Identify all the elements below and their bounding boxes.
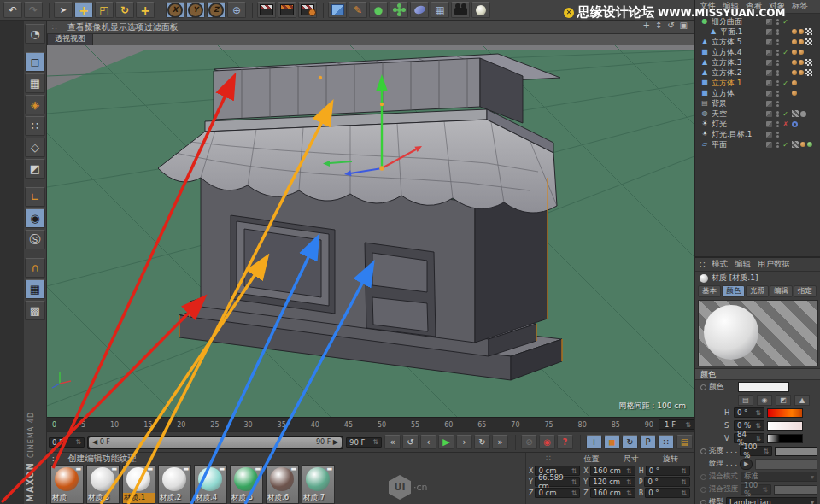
- enabled-check-icon[interactable]: ✓: [782, 79, 789, 87]
- rotate-tool-icon[interactable]: ↻: [115, 2, 134, 18]
- object-row-cube-2[interactable]: ▲ 立方体.2: [695, 67, 820, 78]
- viewport-menu-item[interactable]: 选项: [127, 22, 144, 32]
- material-swatch[interactable]: ▬ 材质.3: [86, 465, 120, 504]
- object-row-cube-1[interactable]: ■ 立方体.1 ✓: [695, 78, 820, 88]
- object-row-subdivision[interactable]: ● 细分曲面 ✓: [695, 16, 820, 26]
- tag-list[interactable]: [792, 69, 820, 76]
- tag-list[interactable]: [792, 38, 820, 45]
- texture-field[interactable]: [755, 459, 817, 470]
- end-frame-field[interactable]: 90 F⇅: [346, 437, 382, 448]
- viewport-menu-item[interactable]: 过滤: [144, 22, 161, 32]
- keyframe-toggle[interactable]: ∷: [658, 435, 674, 449]
- material-swatch[interactable]: ▬ 材质.2: [158, 465, 191, 504]
- add-cube-icon[interactable]: [328, 2, 347, 18]
- tweak-mode-icon[interactable]: ◉: [25, 208, 45, 228]
- enabled-check-icon[interactable]: ✓: [782, 141, 789, 149]
- object-row-light[interactable]: ☀ 灯光 ✗: [695, 119, 820, 129]
- disabled-cross-icon[interactable]: ✗: [782, 120, 789, 128]
- enabled-check-icon[interactable]: ✓: [782, 18, 789, 26]
- hue-gradient-bar[interactable]: [767, 408, 803, 418]
- transport-button[interactable]: »: [492, 435, 508, 449]
- mix-strength-field[interactable]: 100 %⇅: [741, 484, 771, 495]
- object-row-cube[interactable]: ■ 立方体: [695, 88, 820, 98]
- light-icon[interactable]: [472, 2, 490, 18]
- material-tab[interactable]: 基本: [698, 285, 721, 297]
- record-button[interactable]: ⊘: [521, 435, 537, 449]
- color-section-header[interactable]: 颜色: [695, 368, 820, 380]
- viewport-menu-item[interactable]: 查看: [67, 22, 85, 32]
- render-view-icon[interactable]: [257, 2, 276, 18]
- layer-toggle[interactable]: [766, 29, 772, 35]
- rgb-sliders-icon[interactable]: ▤: [738, 395, 753, 406]
- position-z-field[interactable]: 0 cm⇅: [535, 488, 580, 498]
- rotate-view-icon[interactable]: ↺: [667, 21, 674, 30]
- saturation-gradient-bar[interactable]: [767, 421, 803, 431]
- record-button[interactable]: ◉: [539, 435, 555, 449]
- hue-field[interactable]: 0 °⇅: [734, 407, 764, 418]
- visibility-dots[interactable]: [776, 121, 779, 127]
- make-editable-icon[interactable]: ◔: [25, 24, 45, 44]
- frame-range-slider[interactable]: ◀ 0 F 90 F ▶: [87, 436, 343, 449]
- tag-list[interactable]: [792, 91, 820, 96]
- layer-toggle[interactable]: [766, 111, 772, 117]
- toggle-view-icon[interactable]: ▣: [680, 21, 688, 30]
- subdivision-surface-icon[interactable]: ●: [369, 2, 388, 18]
- attribute-menu-item[interactable]: 用户数据: [758, 259, 790, 270]
- lock-y-axis-icon[interactable]: Y: [186, 2, 205, 18]
- texture-expand-icon[interactable]: ▶: [740, 459, 753, 470]
- object-row-sky[interactable]: ◍ 天空 ✓: [695, 108, 820, 119]
- rotation-p-field[interactable]: 0 °⇅: [644, 477, 690, 487]
- material-swatch[interactable]: ▬ 材质.6: [266, 465, 299, 504]
- anim-dot-icon[interactable]: [700, 448, 706, 454]
- edges-mode-icon[interactable]: ◇: [25, 138, 45, 157]
- value-gradient-bar[interactable]: [767, 434, 803, 443]
- render-settings-icon[interactable]: [298, 2, 317, 18]
- last-tool-icon[interactable]: +: [136, 2, 155, 18]
- camera-icon[interactable]: [451, 2, 470, 18]
- transport-button[interactable]: ▶: [438, 435, 454, 449]
- mix-strength-slider[interactable]: [774, 485, 817, 495]
- viewport-menu-item[interactable]: 显示: [110, 22, 127, 32]
- material-swatch[interactable]: ▬ 材质.1: [122, 465, 155, 504]
- transport-button[interactable]: ‹: [420, 435, 436, 449]
- layer-toggle[interactable]: [766, 101, 772, 107]
- points-mode-icon[interactable]: ∷: [25, 116, 45, 136]
- grip-icon[interactable]: ∷: [529, 454, 568, 465]
- material-tab[interactable]: 颜色: [722, 285, 745, 297]
- grip-icon[interactable]: ∷: [700, 260, 705, 269]
- material-preview[interactable]: [698, 300, 818, 366]
- object-row-cube-3[interactable]: ▲ 立方体.3: [695, 57, 820, 67]
- visibility-dots[interactable]: [776, 91, 779, 97]
- texture-mode-icon[interactable]: ▦: [25, 73, 45, 93]
- visibility-dots[interactable]: [776, 101, 779, 107]
- material-swatch[interactable]: ▬ 材质.4: [194, 465, 227, 504]
- brightness-field[interactable]: 100 %⇅: [740, 446, 772, 456]
- zoom-view-icon[interactable]: ↕: [655, 21, 662, 30]
- pan-view-icon[interactable]: +: [642, 21, 649, 30]
- keyframe-toggle[interactable]: ↻: [622, 435, 638, 449]
- brightness-slider[interactable]: [775, 447, 817, 456]
- tag-list[interactable]: [792, 80, 820, 85]
- material-tab[interactable]: 编辑: [770, 285, 793, 297]
- visibility-dots[interactable]: [776, 80, 779, 86]
- shading-model-dropdown[interactable]: Lambertian▾: [726, 497, 817, 504]
- object-row-light-target[interactable]: ☀ 灯光.目标.1: [695, 129, 820, 139]
- frame-range-thumb[interactable]: ◀ 0 F 90 F ▶: [89, 437, 342, 448]
- transport-button[interactable]: ›: [456, 435, 472, 449]
- layer-toggle[interactable]: [766, 142, 772, 148]
- axis-mode-icon[interactable]: ∟: [25, 187, 45, 207]
- lock-z-axis-icon[interactable]: Z: [207, 2, 226, 18]
- selection-tool-icon[interactable]: ➤: [54, 2, 73, 18]
- lock-x-axis-icon[interactable]: X: [166, 2, 184, 18]
- render-region-icon[interactable]: [278, 2, 296, 18]
- workplane-mode-icon[interactable]: ◈: [25, 95, 45, 114]
- tag-list[interactable]: [792, 50, 820, 55]
- transport-button[interactable]: ↺: [402, 435, 419, 449]
- enabled-check-icon[interactable]: ✓: [782, 49, 789, 56]
- object-row-cube-5[interactable]: ▲ 立方体.5: [695, 37, 820, 47]
- material-swatch[interactable]: ▬ 材质: [50, 465, 84, 504]
- move-tool-icon[interactable]: +: [74, 2, 93, 18]
- environment-icon[interactable]: ▦: [430, 2, 449, 18]
- frame-step-field[interactable]: -1 F⇅: [659, 419, 694, 430]
- workplane-toggle-icon[interactable]: ▩: [25, 301, 45, 320]
